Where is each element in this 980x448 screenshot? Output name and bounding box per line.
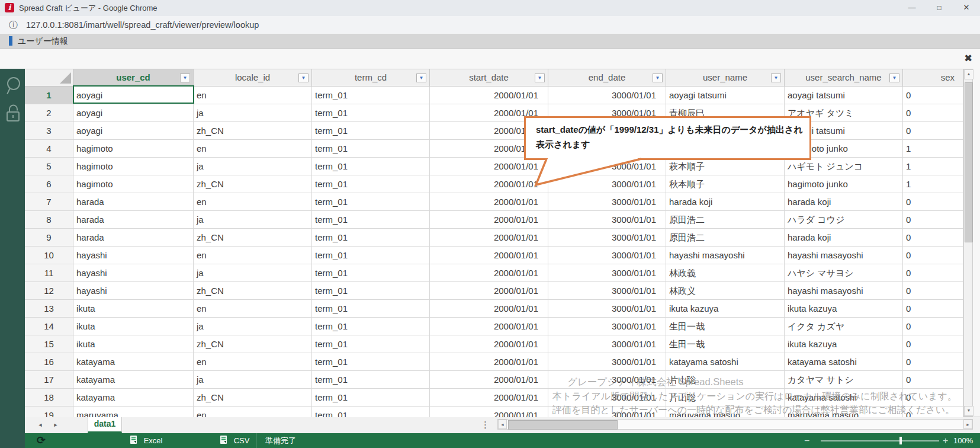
cell-sex[interactable]: 0 — [903, 282, 963, 300]
column-header-locale_id[interactable]: locale_id▼ — [194, 69, 312, 87]
filter-dropdown-button-user_cd[interactable]: ▼ — [180, 73, 190, 82]
cell-user_search_name[interactable]: ikuta kazuya — [785, 300, 903, 318]
cell-user_cd[interactable]: harada — [73, 211, 194, 229]
cell-start_date[interactable]: 2000/01/01 — [430, 371, 548, 389]
cell-user_name[interactable]: ikuta kazuya — [666, 300, 785, 318]
cell-user_cd[interactable]: aoyagi — [73, 122, 194, 140]
column-header-user_name[interactable]: user_name▼ — [666, 69, 785, 87]
cell-start_date[interactable]: 2000/01/01 — [430, 247, 548, 264]
cell-start_date[interactable]: 2000/01/01 — [430, 282, 548, 300]
cell-user_search_name[interactable]: ハラダ コウジ — [785, 211, 903, 229]
cell-start_date[interactable]: 2000/01/01 — [430, 87, 548, 104]
browser-address-bar[interactable]: ⓘ 127.0.0.1:8081/imart/well/spread_craft… — [0, 16, 980, 34]
cell-user_name[interactable]: katayama satoshi — [666, 353, 785, 371]
row-header-11[interactable]: 11 — [25, 264, 73, 282]
cell-user_search_name[interactable]: hayashi masayoshi — [785, 282, 903, 300]
select-all-corner[interactable] — [25, 69, 73, 87]
cell-term_cd[interactable]: term_01 — [312, 247, 430, 264]
cell-end_date[interactable]: 3000/01/01 — [548, 282, 666, 300]
cell-start_date[interactable]: 2000/01/01 — [430, 353, 548, 371]
cell-locale_id[interactable]: zh_CN — [194, 229, 312, 247]
cell-locale_id[interactable]: en — [194, 247, 312, 264]
info-icon[interactable]: ⓘ — [9, 16, 18, 34]
cell-start_date[interactable]: 2000/01/01 — [430, 193, 548, 211]
cell-user_name[interactable]: 生田一哉 — [666, 318, 785, 335]
cell-sex[interactable]: 1 — [903, 175, 963, 193]
cell-user_search_name[interactable]: ハギモト ジュンコ — [785, 158, 903, 175]
export-excel-button[interactable]: Excel — [129, 433, 162, 448]
cell-sex[interactable]: 0 — [903, 229, 963, 247]
cell-term_cd[interactable]: term_01 — [312, 318, 430, 335]
row-header-15[interactable]: 15 — [25, 335, 73, 353]
zoom-out-button[interactable]: − — [804, 433, 809, 448]
cell-sex[interactable]: 0 — [903, 371, 963, 389]
filter-dropdown-button-user_search_name[interactable]: ▼ — [889, 73, 899, 82]
cell-locale_id[interactable]: zh_CN — [194, 389, 312, 407]
cell-locale_id[interactable]: ja — [194, 158, 312, 175]
row-header-19[interactable]: 19 — [25, 407, 73, 417]
window-close-button[interactable]: ✕ — [953, 0, 980, 16]
zoom-slider-track[interactable] — [821, 440, 939, 441]
cell-user_cd[interactable]: ikuta — [73, 318, 194, 335]
filter-dropdown-button-locale_id[interactable]: ▼ — [298, 73, 309, 82]
window-maximize-button[interactable]: □ — [926, 0, 953, 16]
cell-sex[interactable]: 0 — [903, 389, 963, 407]
cell-locale_id[interactable]: ja — [194, 371, 312, 389]
cell-start_date[interactable]: 2000/01/01 — [430, 300, 548, 318]
cell-term_cd[interactable]: term_01 — [312, 407, 430, 417]
cell-term_cd[interactable]: term_01 — [312, 353, 430, 371]
cell-term_cd[interactable]: term_01 — [312, 211, 430, 229]
cell-term_cd[interactable]: term_01 — [312, 87, 430, 104]
row-header-8[interactable]: 8 — [25, 211, 73, 229]
cell-locale_id[interactable]: zh_CN — [194, 122, 312, 140]
cell-user_search_name[interactable]: harada koji — [785, 193, 903, 211]
refresh-button[interactable]: ⟳ — [37, 433, 46, 448]
cell-user_cd[interactable]: hayashi — [73, 264, 194, 282]
cell-term_cd[interactable]: term_01 — [312, 175, 430, 193]
cell-end_date[interactable]: 3000/01/01 — [548, 389, 666, 407]
row-header-5[interactable]: 5 — [25, 158, 73, 175]
cell-locale_id[interactable]: en — [194, 300, 312, 318]
cell-user_cd[interactable]: katayama — [73, 353, 194, 371]
cell-locale_id[interactable]: en — [194, 407, 312, 417]
cell-user_name[interactable]: 生田一哉 — [666, 335, 785, 353]
vertical-scroll-thumb[interactable] — [965, 82, 973, 242]
cell-term_cd[interactable]: term_01 — [312, 229, 430, 247]
row-header-1[interactable]: 1 — [25, 87, 73, 104]
scroll-up-button[interactable]: ▲ — [964, 69, 973, 79]
cell-end_date[interactable]: 3000/01/01 — [548, 229, 666, 247]
search-icon[interactable] — [4, 76, 22, 100]
zoom-slider-thumb[interactable] — [899, 437, 902, 444]
cell-end_date[interactable]: 3000/01/01 — [548, 87, 666, 104]
cell-user_cd[interactable]: hayashi — [73, 247, 194, 264]
cell-term_cd[interactable]: term_01 — [312, 122, 430, 140]
cell-sex[interactable]: 0 — [903, 318, 963, 335]
row-header-17[interactable]: 17 — [25, 371, 73, 389]
sheet-nav-prev-button[interactable]: ◄ — [36, 420, 45, 430]
cell-sex[interactable]: 0 — [903, 211, 963, 229]
cell-start_date[interactable]: 2000/01/01 — [430, 318, 548, 335]
cell-locale_id[interactable]: zh_CN — [194, 282, 312, 300]
cell-user_cd[interactable]: harada — [73, 229, 194, 247]
cell-end_date[interactable]: 3000/01/01 — [548, 211, 666, 229]
cell-end_date[interactable]: 3000/01/01 — [548, 264, 666, 282]
cell-locale_id[interactable]: en — [194, 193, 312, 211]
cell-user_cd[interactable]: maruyama — [73, 407, 194, 417]
cell-sex[interactable]: 1 — [903, 140, 963, 158]
cell-locale_id[interactable]: zh_CN — [194, 175, 312, 193]
cell-user_cd[interactable]: katayama — [73, 371, 194, 389]
cell-term_cd[interactable]: term_01 — [312, 371, 430, 389]
cell-start_date[interactable]: 2000/01/01 — [430, 407, 548, 417]
lock-open-icon[interactable] — [4, 102, 22, 127]
row-header-13[interactable]: 13 — [25, 300, 73, 318]
cell-start_date[interactable]: 2000/01/01 — [430, 335, 548, 353]
sheet-nav-next-button[interactable]: ► — [51, 420, 60, 430]
vertical-scrollbar[interactable]: ▲ ▼ — [963, 69, 973, 417]
cell-start_date[interactable]: 2000/01/01 — [430, 229, 548, 247]
filter-dropdown-button-term_cd[interactable]: ▼ — [416, 73, 426, 82]
cell-term_cd[interactable]: term_01 — [312, 158, 430, 175]
cell-sex[interactable]: 0 — [903, 407, 963, 417]
cell-sex[interactable]: 0 — [903, 264, 963, 282]
cell-start_date[interactable]: 2000/01/01 — [430, 211, 548, 229]
cell-end_date[interactable]: 3000/01/01 — [548, 318, 666, 335]
